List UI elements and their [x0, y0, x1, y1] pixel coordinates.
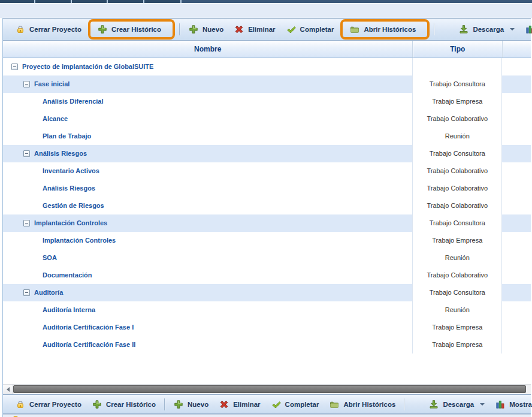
lock-icon [16, 25, 25, 34]
check-icon [271, 400, 281, 409]
toolbar-button-label: Abrir Históricos [364, 26, 416, 33]
toolbar-button-crear-historico[interactable]: Crear Histórico [92, 23, 167, 36]
table-row[interactable]: DocumentaciónTrabajo Colaborativo [3, 267, 531, 284]
tab-strip-segment [182, 0, 532, 3]
cell-nombre: Implantación Controles [3, 232, 412, 249]
cell-stub [502, 214, 531, 232]
cell-tipo: Trabajo Colaborativo [412, 110, 502, 128]
tree-node-label: Auditoría Interna [43, 301, 95, 319]
toolbar-button-label: Crear Histórico [111, 26, 161, 33]
tree-node-label: Documentación [43, 267, 92, 284]
table-row[interactable]: Auditoría Certificación Fase ITrabajo Em… [3, 319, 531, 336]
scrollbar-thumb[interactable] [13, 385, 526, 393]
table-row[interactable]: AlcanceTrabajo Colaborativo [3, 110, 531, 128]
cell-tipo [412, 58, 502, 75]
table-row[interactable]: Inventario ActivosTrabajo Colaborativo [3, 162, 531, 180]
cell-tipo: Trabajo Consultora [412, 214, 502, 232]
cell-stub [502, 180, 531, 197]
lock-icon [16, 400, 25, 409]
toolbar-button-eliminar[interactable]: Eliminar [229, 23, 280, 36]
cell-tipo: Trabajo Empresa [412, 336, 502, 353]
cell-tipo: Reunión [412, 301, 502, 319]
column-header-label: Nombre [194, 45, 221, 53]
toolbar-button-nuevo[interactable]: Nuevo [168, 398, 214, 411]
cell-tipo: Reunión [412, 128, 502, 145]
cell-stub [502, 58, 531, 75]
toolbar-button-eliminar[interactable]: Eliminar [214, 398, 265, 411]
cell-nombre: Inventario Activos [3, 162, 412, 180]
toolbar-button-cerrar-proyecto[interactable]: Cerrar Proyecto [10, 23, 87, 36]
tree-node-label: Análisis Riesgos [34, 145, 87, 162]
table-row[interactable]: Implantación ControlesTrabajo Empresa [3, 232, 531, 249]
toolbar-button-label: Nuevo [202, 26, 223, 33]
toolbar-separator [434, 23, 435, 35]
highlight-box-abrir-historicos: Abrir Históricos [340, 19, 430, 40]
scrollbar-track[interactable] [13, 385, 531, 394]
cell-stub [502, 75, 531, 93]
table-row[interactable]: Fase inicialTrabajo Consultora [3, 75, 531, 93]
collapse-toggle-icon[interactable] [23, 289, 30, 296]
toolbar-button-abrir-historicos[interactable]: Abrir Históricos [324, 398, 401, 411]
toolbar-top: Cerrar ProyectoCrear HistóricoNuevoElimi… [3, 18, 531, 41]
collapse-toggle-icon[interactable] [23, 150, 30, 157]
table-row[interactable]: Auditoría Certificación Fase IITrabajo E… [3, 336, 531, 353]
toolbar-button-mostrar-graficas[interactable]: Mostrar Gráficas [520, 23, 532, 36]
cell-stub [502, 284, 531, 301]
toolbar-separator [179, 23, 180, 35]
bar-chart-icon [495, 400, 505, 409]
cell-nombre: Análisis Diferencial [3, 93, 412, 110]
cell-tipo: Trabajo Consultora [412, 75, 502, 93]
collapse-toggle-icon[interactable] [11, 64, 18, 70]
folder-icon [330, 400, 339, 409]
table-row[interactable]: AuditoríaTrabajo Consultora [3, 284, 531, 301]
table-row[interactable]: Análisis DiferencialTrabajo Empresa [3, 93, 531, 110]
cell-nombre: Implantación Controles [3, 214, 412, 232]
toolbar-button-cerrar-proyecto[interactable]: Cerrar Proyecto [10, 398, 87, 411]
plus-icon [98, 25, 107, 34]
cell-stub [502, 145, 531, 162]
download-icon [459, 25, 468, 34]
dropdown-arrow-icon [510, 28, 515, 31]
table-row[interactable]: Auditoría InternaReunión [3, 301, 531, 319]
toolbar-button-mostrar-graficas[interactable]: Mostrar Gráficas [490, 398, 532, 411]
cell-tipo: Trabajo Colaborativo [412, 162, 502, 180]
plus-icon [174, 400, 183, 409]
toolbar-button-label: Descarga [443, 401, 474, 408]
delete-x-icon [219, 400, 229, 409]
table-row[interactable]: Plan de TrabajoReunión [3, 128, 531, 145]
cell-nombre: Alcance [3, 110, 412, 128]
download-icon [429, 400, 439, 409]
highlight-box-crear-historico: Crear Histórico [88, 19, 175, 40]
toolbar-separator [164, 398, 165, 410]
column-header-nombre[interactable]: Nombre [3, 41, 412, 58]
horizontal-scrollbar[interactable] [3, 384, 531, 394]
cell-nombre: Documentación [3, 267, 412, 284]
column-header-tipo[interactable]: Tipo [412, 41, 502, 58]
table-row[interactable]: SOAReunión [3, 249, 531, 267]
scroll-left-arrow-button[interactable] [3, 385, 13, 394]
toolbar-button-completar[interactable]: Completar [266, 398, 325, 411]
cell-nombre: SOA [3, 249, 412, 267]
table-row[interactable]: Análisis RiesgosTrabajo Colaborativo [3, 180, 531, 197]
toolbar-button-crear-historico[interactable]: Crear Histórico [87, 398, 161, 411]
table-row[interactable]: Implantación ControlesTrabajo Consultora [3, 214, 531, 232]
toolbar-button-abrir-historicos[interactable]: Abrir Históricos [344, 23, 421, 36]
cell-tipo: Trabajo Colaborativo [412, 180, 502, 197]
cell-stub [502, 232, 531, 249]
tree-node-label: Alcance [43, 110, 68, 128]
cell-nombre: Auditoría Certificación Fase II [3, 336, 412, 353]
toolbar-button-completar[interactable]: Completar [281, 23, 340, 36]
cell-tipo: Trabajo Empresa [412, 232, 502, 249]
toolbar-button-descarga[interactable]: Descarga [424, 398, 490, 411]
toolbar-button-label: Eliminar [233, 401, 260, 408]
toolbar-button-nuevo[interactable]: Nuevo [183, 23, 229, 36]
cell-tipo: Trabajo Consultora [412, 145, 502, 162]
collapse-toggle-icon[interactable] [23, 81, 30, 87]
cell-stub [502, 249, 531, 267]
table-row[interactable]: Proyecto de implantación de GlobalSUITE [3, 58, 531, 75]
table-row[interactable]: Gestión de RiesgosTrabajo Colaborativo [3, 197, 531, 214]
collapse-toggle-icon[interactable] [23, 220, 30, 226]
toolbar-button-descarga[interactable]: Descarga [454, 23, 520, 36]
table-row[interactable]: Análisis RiesgosTrabajo Consultora [3, 145, 531, 162]
tab-separator [34, 0, 35, 3]
